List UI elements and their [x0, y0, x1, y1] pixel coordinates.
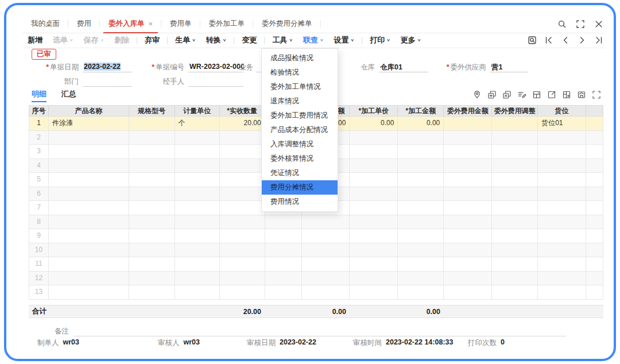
cell-name[interactable] [49, 257, 129, 271]
warehouse-input[interactable]: 仓库01 [379, 63, 428, 72]
menu-item[interactable]: 退库情况 [262, 94, 338, 109]
cell-name[interactable]: 件涂漆 [49, 117, 129, 130]
cell-amount[interactable] [302, 285, 350, 299]
cell-fee_amount[interactable] [444, 229, 492, 243]
cell-spec[interactable] [129, 215, 175, 229]
cell-seq[interactable]: 7 [29, 201, 49, 215]
column-header-unit[interactable]: 计量单位 [175, 106, 220, 116]
column-header-fee_amount[interactable]: 委外费用金额 [444, 106, 492, 116]
cell-name[interactable] [49, 243, 129, 257]
tab-close-icon[interactable]: × [149, 20, 153, 28]
cell-proc_price[interactable] [350, 257, 398, 271]
cell-spec[interactable] [129, 187, 175, 201]
cell-proc_amount[interactable] [398, 187, 444, 201]
cell-fee_adjust[interactable] [492, 285, 538, 299]
cell-proc_amount[interactable] [398, 257, 444, 271]
cell-name[interactable] [49, 131, 129, 145]
cell-seq[interactable]: 10 [29, 243, 49, 257]
cell-clip[interactable] [586, 187, 603, 201]
remark-input[interactable] [73, 327, 566, 336]
tab-detail[interactable]: 明细 [32, 89, 46, 102]
cell-name[interactable] [49, 272, 129, 285]
cell-proc_amount[interactable] [398, 285, 444, 299]
cell-amount[interactable] [302, 229, 350, 243]
table-row-empty[interactable]: 8 [29, 215, 603, 230]
department-input[interactable] [83, 77, 132, 87]
cell-qty[interactable] [220, 215, 265, 229]
cell-fee_amount[interactable] [444, 117, 492, 130]
cell-fee_adjust[interactable] [492, 215, 538, 229]
menu-item[interactable]: 产品成本分配情况 [262, 123, 338, 137]
cell-fee_adjust[interactable] [492, 117, 538, 130]
toolbar-button[interactable]: 弃审 [140, 35, 165, 45]
cell-proc_price[interactable] [350, 159, 398, 173]
cell-unit[interactable] [175, 243, 220, 257]
cell-proc_amount[interactable] [398, 215, 444, 229]
cell-qty[interactable] [220, 159, 265, 173]
cell-covered[interactable] [265, 272, 302, 285]
close-icon[interactable] [594, 20, 603, 29]
cell-proc_price[interactable] [350, 173, 398, 187]
table-row-empty[interactable]: 10 [29, 243, 603, 258]
menu-item[interactable]: 检验情况 [262, 65, 338, 80]
cell-clip[interactable] [586, 173, 603, 187]
cell-unit[interactable] [175, 215, 220, 229]
document-tab[interactable]: 费用 [68, 15, 100, 33]
cell-qty[interactable] [220, 229, 265, 243]
toolbar-button[interactable]: 变更 [237, 35, 262, 45]
cell-clip[interactable] [586, 131, 603, 145]
cell-proc_price[interactable]: 0.00 [350, 117, 398, 130]
cell-fee_adjust[interactable] [492, 159, 538, 173]
toolbar-button[interactable]: 打印∨ [365, 35, 396, 45]
cell-seq[interactable]: 11 [29, 257, 49, 271]
cell-spec[interactable] [129, 117, 175, 130]
cell-seq[interactable]: 12 [29, 272, 49, 285]
cell-location[interactable] [538, 229, 586, 243]
cell-unit[interactable] [175, 285, 220, 299]
cell-covered[interactable] [265, 243, 302, 257]
layout-icon[interactable] [532, 90, 541, 99]
cell-qty[interactable] [220, 145, 265, 158]
cell-clip[interactable] [586, 145, 603, 158]
cell-clip[interactable] [586, 201, 603, 215]
first-record-icon[interactable] [544, 36, 553, 45]
cell-seq[interactable]: 2 [29, 131, 49, 145]
cell-fee_adjust[interactable] [492, 187, 538, 201]
cell-proc_price[interactable] [350, 229, 398, 243]
document-tab[interactable]: 委外加工单 [200, 15, 254, 33]
column-header-seq[interactable]: 序号 [29, 106, 49, 116]
menu-item[interactable]: 费用分摊情况 [262, 180, 338, 195]
column-header-location[interactable]: 货位 [538, 106, 586, 116]
toolbar-button[interactable]: 转换∨ [201, 35, 232, 45]
cell-location[interactable] [538, 257, 586, 271]
cell-unit[interactable] [175, 272, 220, 285]
cell-fee_amount[interactable] [444, 173, 492, 187]
cell-name[interactable] [49, 285, 129, 299]
cell-proc_amount[interactable] [398, 173, 444, 187]
cell-qty[interactable] [220, 285, 265, 299]
doc-add-icon[interactable] [487, 90, 497, 99]
toolbar-button[interactable]: 工具∨ [267, 35, 298, 45]
cell-name[interactable] [49, 229, 129, 243]
cell-fee_amount[interactable] [444, 201, 492, 215]
cell-fee_adjust[interactable] [492, 131, 538, 145]
table-row-empty[interactable]: 11 [29, 257, 603, 272]
cell-qty[interactable] [220, 201, 265, 215]
cell-proc_amount[interactable] [398, 159, 444, 173]
cell-unit[interactable] [175, 131, 220, 145]
cell-covered[interactable] [265, 229, 302, 243]
cell-proc_amount[interactable] [398, 243, 444, 257]
cell-fee_amount[interactable] [444, 145, 492, 158]
cell-fee_amount[interactable] [444, 159, 492, 173]
cell-location[interactable] [538, 131, 586, 145]
cell-clip[interactable] [586, 285, 603, 299]
cell-fee_adjust[interactable] [492, 229, 538, 243]
menu-item[interactable]: 费用情况 [262, 195, 338, 209]
cell-name[interactable] [49, 173, 129, 187]
cell-spec[interactable] [129, 243, 175, 257]
cell-spec[interactable] [129, 229, 175, 243]
search-icon[interactable] [557, 20, 567, 29]
cell-fee_amount[interactable] [444, 215, 492, 229]
menu-item[interactable]: 成品报检情况 [262, 51, 338, 65]
cell-fee_amount[interactable] [444, 272, 492, 285]
